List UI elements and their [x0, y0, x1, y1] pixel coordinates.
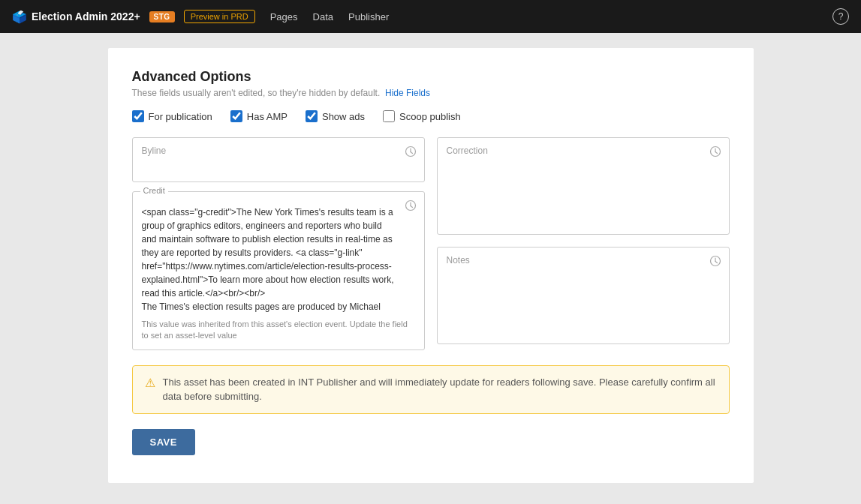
left-col: Byline Credit <span class="g-credit">The… [132, 137, 425, 350]
notes-field: Notes [437, 247, 730, 344]
correction-label: Correction [447, 146, 702, 156]
save-button[interactable]: SAVE [132, 429, 195, 455]
byline-field: Byline [132, 137, 425, 182]
for-publication-label: For publication [149, 111, 212, 122]
has-amp-label: Has AMP [247, 111, 288, 122]
warning-banner: ⚠ This asset has been created in INT Pub… [132, 365, 730, 414]
app-header: 🗳️ Election Admin 2022+ STG Preview in P… [0, 0, 861, 33]
main-nav: Pages Data Publisher [270, 11, 390, 22]
notes-history-icon[interactable] [709, 255, 721, 269]
app-name: Election Admin 2022+ [32, 10, 140, 22]
warning-icon: ⚠ [145, 376, 155, 390]
checkboxes-row: For publication Has AMP Show ads Scoop p… [132, 110, 730, 122]
section-title: Advanced Options [132, 69, 730, 85]
nav-data[interactable]: Data [313, 11, 333, 22]
correction-history-icon[interactable] [709, 146, 721, 160]
correction-field: Correction [437, 137, 730, 235]
show-ads-label: Show ads [322, 111, 365, 122]
for-publication-checkbox-item[interactable]: For publication [132, 110, 212, 122]
app-emoji: 🗳️ [12, 10, 27, 24]
credit-textarea[interactable]: <span class="g-credit">The New York Time… [133, 192, 424, 312]
right-col: Correction Notes [437, 137, 730, 350]
svg-line-2 [411, 152, 413, 154]
hide-fields-link[interactable]: Hide Fields [385, 88, 430, 98]
nav-pages[interactable]: Pages [270, 11, 298, 22]
stg-badge: STG [149, 11, 175, 22]
scoop-publish-checkbox[interactable] [383, 110, 395, 122]
nav-publisher[interactable]: Publisher [348, 11, 389, 22]
section-desc: These fields usually aren't edited, so t… [132, 88, 730, 98]
has-amp-checkbox[interactable] [230, 110, 242, 122]
byline-history-icon[interactable] [405, 146, 417, 160]
credit-inherited-message: This value was inherited from this asset… [133, 314, 424, 350]
page-content: Advanced Options These fields usually ar… [0, 33, 861, 498]
byline-label: Byline [142, 146, 397, 156]
show-ads-checkbox-item[interactable]: Show ads [306, 110, 365, 122]
for-publication-checkbox[interactable] [132, 110, 144, 122]
svg-line-8 [715, 152, 718, 154]
scoop-publish-label: Scoop publish [399, 111, 461, 122]
help-button[interactable]: ? [832, 8, 849, 25]
svg-line-11 [715, 262, 718, 263]
app-logo: 🗳️ Election Admin 2022+ [12, 10, 140, 24]
scoop-publish-checkbox-item[interactable]: Scoop publish [383, 110, 461, 122]
fields-two-col: Byline Credit <span class="g-credit">The… [132, 137, 730, 350]
svg-line-5 [411, 206, 413, 208]
content-card: Advanced Options These fields usually ar… [108, 48, 754, 483]
credit-section: Credit <span class="g-credit">The New Yo… [132, 191, 425, 350]
credit-history-icon[interactable] [405, 200, 417, 214]
show-ads-checkbox[interactable] [306, 110, 318, 122]
credit-legend: Credit [140, 186, 168, 195]
notes-label: Notes [447, 255, 702, 266]
warning-text: This asset has been created in INT Publi… [163, 375, 717, 404]
preview-in-prd-button[interactable]: Preview in PRD [184, 10, 255, 23]
has-amp-checkbox-item[interactable]: Has AMP [230, 110, 288, 122]
